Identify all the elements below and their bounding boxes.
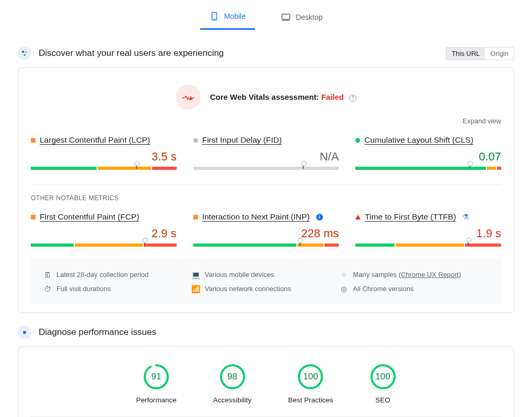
field-data-header: Discover what your real users are experi… — [18, 47, 514, 60]
status-icon-none — [193, 138, 198, 143]
metric-ttfb-label[interactable]: Time to First Byte (TTFB) — [365, 212, 456, 222]
tab-desktop[interactable]: Desktop — [272, 4, 332, 30]
cwv-title: Core Web Vitals assessment: Failed ? — [210, 92, 356, 102]
status-icon-warn — [31, 138, 36, 143]
svg-rect-2 — [282, 14, 290, 19]
lab-data-header: Diagnose performance issues — [18, 326, 514, 339]
section-title: Discover what your real users are experi… — [39, 48, 438, 59]
metric-fcp: First Contentful Paint (FCP) 2.9 s — [31, 212, 177, 247]
marker-icon — [303, 164, 304, 169]
score-best-practices[interactable]: 100 Best Practices — [288, 364, 333, 404]
marker-icon — [144, 240, 145, 246]
metric-inp-bar — [193, 244, 339, 247]
metric-cls-bar — [355, 167, 501, 170]
expand-view-link[interactable]: Expand view — [31, 117, 501, 125]
info-versions: ◎All Chrome versions — [340, 282, 488, 296]
help-icon[interactable]: ? — [349, 95, 356, 102]
metric-fid-value: N/A — [193, 150, 339, 164]
metric-inp-value: 228 ms — [193, 227, 339, 240]
svg-point-5 — [25, 51, 27, 53]
metric-lcp-value: 3.5 s — [31, 150, 177, 164]
info-durations: ⏱Full visit durations — [43, 282, 192, 296]
score-value: 98 — [219, 364, 246, 390]
collection-info: 🗓Latest 28-day collection period 💻Variou… — [31, 259, 501, 304]
score-value: 91 — [143, 364, 169, 390]
cwv-assessment: -∿▴- Core Web Vitals assessment: Failed … — [31, 85, 501, 110]
score-label: Performance — [136, 396, 176, 404]
diagnose-icon — [18, 326, 31, 339]
tab-mobile[interactable]: Mobile — [200, 4, 255, 30]
metric-ttfb-value: 1.9 s — [355, 227, 501, 240]
lighthouse-scores: 91 Performance 98 Accessibility 100 Best… — [31, 364, 501, 404]
info-devices: 💻Various mobile devices — [192, 268, 340, 282]
info-period: 🗓Latest 28-day collection period — [43, 268, 192, 282]
lab-data-card: 91 Performance 98 Accessibility 100 Best… — [18, 346, 514, 417]
toggle-this-url[interactable]: This URL — [446, 48, 485, 60]
experimental-icon[interactable]: ⚗ — [462, 213, 469, 221]
score-label: SEO — [370, 396, 396, 404]
score-seo[interactable]: 100 SEO — [370, 364, 396, 404]
metric-inp-label[interactable]: Interaction to Next Paint (INP) — [202, 212, 310, 222]
metric-fid-bar — [193, 167, 339, 170]
metric-cls: Cumulative Layout Shift (CLS) 0.07 — [355, 135, 501, 170]
info-network: 📶Various network connections — [192, 282, 340, 296]
score-accessibility[interactable]: 98 Accessibility — [213, 364, 252, 404]
status-icon-warn — [31, 215, 36, 219]
mobile-icon — [210, 11, 219, 21]
status-icon-good — [355, 138, 360, 143]
chrome-icon: ◎ — [340, 285, 348, 293]
device-tabs: Mobile Desktop — [0, 0, 532, 34]
metric-ttfb: Time to First Byte (TTFB) ⚗ 1.9 s — [355, 212, 501, 247]
metric-lcp-bar — [31, 167, 177, 170]
cwv-label: Core Web Vitals assessment: — [210, 92, 319, 101]
section-title: Diagnose performance issues — [39, 327, 514, 338]
toggle-origin[interactable]: Origin — [485, 48, 514, 60]
marker-icon — [299, 240, 300, 246]
metric-lcp-label[interactable]: Largest Contentful Paint (LCP) — [40, 135, 150, 145]
metric-fcp-value: 2.9 s — [31, 227, 177, 240]
score-value: 100 — [370, 364, 396, 390]
metric-lcp: Largest Contentful Paint (LCP) 3.5 s — [31, 135, 177, 170]
calendar-icon: 🗓 — [43, 271, 51, 279]
other-metrics-heading: OTHER NOTABLE METRICS — [31, 194, 501, 202]
score-label: Accessibility — [213, 396, 252, 404]
metric-cls-value: 0.07 — [355, 150, 501, 164]
crux-link[interactable]: Chrome UX Report — [401, 271, 459, 279]
svg-point-6 — [24, 54, 26, 56]
tab-desktop-label: Desktop — [296, 13, 322, 21]
cwv-status: Failed — [321, 92, 344, 101]
samples-icon: ⁘ — [340, 271, 348, 279]
field-data-card: -∿▴- Core Web Vitals assessment: Failed … — [18, 67, 514, 313]
wifi-icon: 📶 — [192, 285, 200, 293]
clock-icon: ⏱ — [43, 285, 51, 293]
scope-toggle: This URL Origin — [446, 47, 514, 60]
metric-fid-label[interactable]: First Input Delay (FID) — [202, 135, 282, 145]
metric-ttfb-bar — [355, 244, 501, 247]
svg-point-4 — [22, 51, 25, 53]
divider — [31, 184, 501, 185]
desktop-icon — [281, 13, 291, 22]
marker-icon — [136, 164, 137, 169]
status-icon-poor — [355, 215, 361, 219]
marker-icon — [469, 164, 470, 169]
metric-cls-label[interactable]: Cumulative Layout Shift (CLS) — [364, 135, 473, 145]
metric-fcp-bar — [31, 244, 177, 247]
score-label: Best Practices — [288, 396, 333, 404]
metric-fcp-label[interactable]: First Contentful Paint (FCP) — [40, 212, 139, 222]
marker-icon — [468, 240, 469, 246]
vitals-fail-icon: -∿▴- — [176, 85, 201, 110]
info-badge-icon[interactable]: i — [316, 214, 323, 221]
tab-mobile-label: Mobile — [224, 12, 246, 20]
status-icon-warn — [193, 215, 198, 219]
info-samples: ⁘Many samples (Chrome UX Report) — [340, 268, 488, 282]
svg-point-7 — [23, 331, 26, 334]
metric-fid: First Input Delay (FID) N/A — [193, 135, 339, 170]
score-value: 100 — [297, 364, 323, 390]
metric-inp: Interaction to Next Paint (INP) i 228 ms — [193, 212, 339, 247]
score-performance[interactable]: 91 Performance — [136, 364, 176, 404]
devices-icon: 💻 — [192, 271, 200, 279]
users-icon — [18, 47, 31, 60]
